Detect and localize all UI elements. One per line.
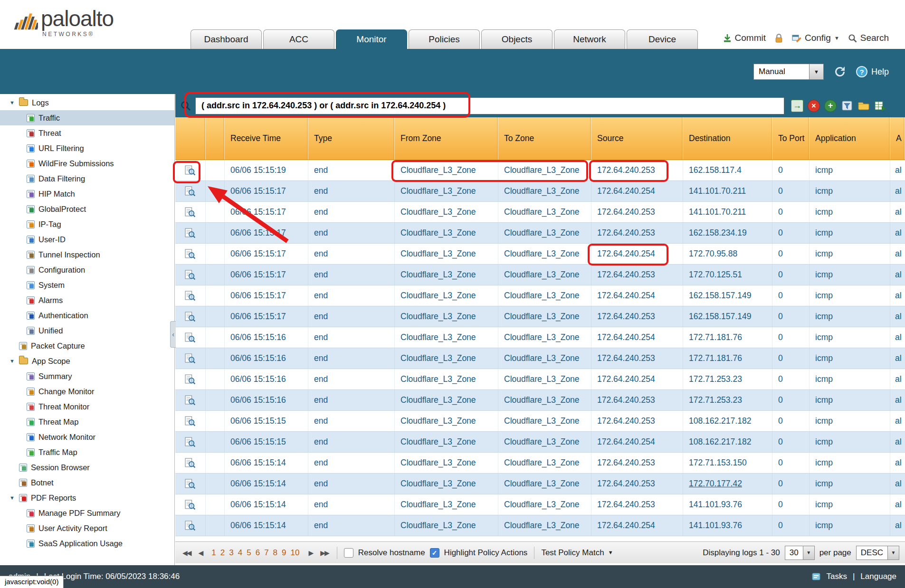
config-menu[interactable]: Config ▼	[792, 33, 839, 43]
nav-tab[interactable]: Objects	[481, 29, 553, 49]
page-link[interactable]: 6	[256, 548, 260, 558]
nav-tab[interactable]: Policies	[409, 29, 480, 49]
nav-tab[interactable]: Device	[627, 29, 698, 49]
resolve-hostname-checkbox[interactable]	[344, 548, 353, 558]
first-page-button[interactable]: ◀◀	[181, 549, 192, 557]
log-detail-icon[interactable]	[185, 374, 196, 385]
sidebar-item[interactable]: ▼ Configuration	[0, 262, 174, 277]
destination-value[interactable]: 141.101.70.211	[689, 207, 746, 217]
language-button[interactable]: Language	[860, 572, 896, 581]
log-detail-icon[interactable]	[185, 416, 196, 427]
sidebar-item[interactable]: ▼ System	[0, 277, 174, 293]
page-link[interactable]: 8	[273, 548, 277, 558]
sidebar-collapse-handle[interactable]: ‹	[170, 321, 176, 348]
sidebar-item[interactable]: ▼ Traffic Map	[0, 445, 174, 460]
sidebar-item[interactable]: ▼ Botnet	[0, 475, 174, 490]
destination-value[interactable]: 172.71.181.76	[689, 332, 742, 342]
tasks-button[interactable]: Tasks	[826, 572, 847, 581]
save-filter-icon[interactable]	[841, 100, 853, 112]
lock-icon[interactable]	[774, 33, 783, 43]
table-row[interactable]: 06/06 15:15:14 end Cloudflare_L3_Zone Cl…	[175, 515, 905, 536]
table-row[interactable]: 06/06 15:15:14 end Cloudflare_L3_Zone Cl…	[175, 453, 905, 474]
last-page-button[interactable]: ▶▶	[319, 549, 330, 557]
log-detail-icon[interactable]	[185, 478, 196, 489]
sidebar-item[interactable]: ▼ Session Browser	[0, 460, 174, 475]
col-spacer[interactable]	[206, 117, 225, 160]
page-link[interactable]: 2	[220, 548, 225, 558]
log-detail-icon[interactable]	[185, 311, 196, 322]
page-link[interactable]: 9	[282, 548, 286, 558]
destination-value[interactable]: 172.71.253.23	[689, 395, 742, 405]
table-row[interactable]: 06/06 15:15:19 end Cloudflare_L3_Zone Cl…	[175, 160, 905, 181]
sort-order-select[interactable]: DESC ▼	[856, 546, 899, 560]
table-row[interactable]: 06/06 15:15:17 end Cloudflare_L3_Zone Cl…	[175, 223, 905, 244]
sidebar-item[interactable]: ▼ SaaS Application Usage	[0, 536, 174, 551]
expander-icon[interactable]: ▼	[10, 100, 19, 105]
table-row[interactable]: 06/06 15:15:17 end Cloudflare_L3_Zone Cl…	[175, 265, 905, 285]
table-row[interactable]: 06/06 15:15:17 end Cloudflare_L3_Zone Cl…	[175, 202, 905, 223]
sidebar-item[interactable]: ▼ Alarms	[0, 293, 174, 308]
table-row[interactable]: 06/06 15:15:15 end Cloudflare_L3_Zone Cl…	[175, 432, 905, 453]
sidebar-item[interactable]: ▼ URL Filtering	[0, 141, 174, 156]
filter-query-input[interactable]	[195, 97, 784, 114]
sidebar-item[interactable]: ▼ GlobalProtect	[0, 201, 174, 217]
clear-filter-button[interactable]: ×	[808, 100, 820, 112]
nav-tab[interactable]: ACC	[263, 29, 334, 49]
log-detail-icon[interactable]	[185, 457, 196, 468]
nav-tab[interactable]: Dashboard	[191, 29, 262, 49]
sidebar-item[interactable]: ▼ Threat Monitor	[0, 399, 174, 414]
table-row[interactable]: 06/06 15:15:17 end Cloudflare_L3_Zone Cl…	[175, 244, 905, 265]
export-logs-icon[interactable]	[874, 100, 886, 112]
table-row[interactable]: 06/06 15:15:14 end Cloudflare_L3_Zone Cl…	[175, 494, 905, 515]
sidebar-item[interactable]: ▼ Manage PDF Summary	[0, 505, 174, 521]
destination-value[interactable]: 162.158.234.19	[689, 228, 747, 238]
sidebar-item[interactable]: ▼ Network Monitor	[0, 429, 174, 445]
col-to-zone[interactable]: To Zone	[498, 117, 591, 160]
destination-value[interactable]: 172.71.253.23	[689, 374, 742, 384]
table-row[interactable]: 06/06 15:15:16 end Cloudflare_L3_Zone Cl…	[175, 390, 905, 411]
page-link[interactable]: 5	[247, 548, 251, 558]
page-link[interactable]: 3	[229, 548, 233, 558]
col-type[interactable]: Type	[308, 117, 395, 160]
log-detail-icon[interactable]	[185, 436, 196, 447]
log-detail-icon[interactable]	[185, 395, 196, 406]
sidebar-item[interactable]: ▼ HIP Match	[0, 186, 174, 201]
page-link[interactable]: 1	[211, 548, 216, 558]
destination-value[interactable]: 108.162.217.182	[689, 437, 751, 447]
log-detail-icon[interactable]	[185, 248, 196, 259]
log-detail-icon[interactable]	[185, 228, 196, 238]
next-page-button[interactable]: ▶	[307, 549, 314, 557]
col-application[interactable]: Application	[810, 117, 890, 160]
prev-page-button[interactable]: ◀	[197, 549, 204, 557]
add-filter-button[interactable]: +	[824, 100, 837, 112]
destination-value[interactable]: 172.70.95.88	[689, 249, 737, 259]
col-from-zone[interactable]: From Zone	[395, 117, 498, 160]
sidebar-item[interactable]: ▼ WildFire Submissions	[0, 156, 174, 171]
sidebar-item[interactable]: ▼ Summary	[0, 369, 174, 384]
sidebar-item[interactable]: ▼ Data Filtering	[0, 171, 174, 186]
table-row[interactable]: 06/06 15:15:15 end Cloudflare_L3_Zone Cl…	[175, 411, 905, 432]
destination-value[interactable]: 162.158.157.149	[689, 291, 751, 301]
destination-value[interactable]: 172.70.177.42	[689, 479, 742, 489]
log-detail-icon[interactable]	[185, 207, 196, 218]
sidebar-item[interactable]: ▼ Logs	[0, 95, 174, 110]
apply-filter-button[interactable]: →	[791, 100, 803, 112]
sidebar-item[interactable]: ▼ IP-Tag	[0, 217, 174, 232]
sidebar-item[interactable]: ▼ PDF Reports	[0, 490, 174, 505]
table-row[interactable]: 06/06 15:15:16 end Cloudflare_L3_Zone Cl…	[175, 327, 905, 348]
sidebar-item[interactable]: ▼ Unified	[0, 323, 174, 338]
table-row[interactable]: 06/06 15:15:16 end Cloudflare_L3_Zone Cl…	[175, 369, 905, 390]
destination-value[interactable]: 172.70.125.51	[689, 270, 742, 280]
sidebar-item[interactable]: ▼ Threat	[0, 125, 174, 141]
sidebar-item[interactable]: ▼ Change Monitor	[0, 384, 174, 399]
table-row[interactable]: 06/06 15:15:16 end Cloudflare_L3_Zone Cl…	[175, 348, 905, 369]
test-policy-match-button[interactable]: Test Policy Match ▼	[541, 548, 613, 558]
log-detail-icon[interactable]	[185, 186, 196, 197]
highlight-policy-actions-checkbox[interactable]: ✓	[430, 548, 439, 558]
log-detail-icon[interactable]	[185, 269, 196, 280]
search-button[interactable]: Search	[848, 33, 889, 43]
col-to-port[interactable]: To Port	[772, 117, 810, 160]
log-detail-icon[interactable]	[185, 165, 196, 176]
log-detail-icon[interactable]	[185, 353, 196, 364]
nav-tab[interactable]: Network	[554, 29, 625, 49]
